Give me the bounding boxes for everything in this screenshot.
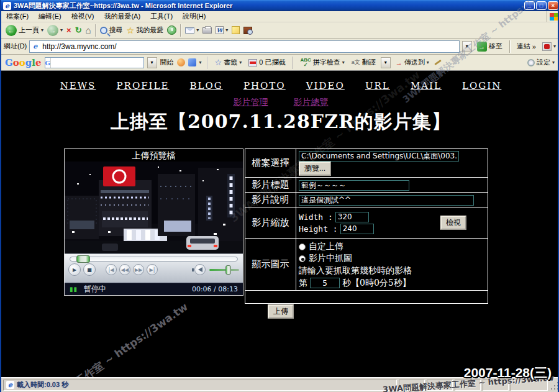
popup-blocker-button[interactable]: 0 已攔截 — [247, 57, 287, 68]
radio-custom-upload[interactable] — [299, 244, 306, 250]
translate-dropdown-icon[interactable]: ▾ — [381, 57, 391, 68]
edit-dropdown-icon[interactable]: ▾ — [225, 27, 228, 33]
google-site-icon[interactable] — [177, 58, 185, 66]
google-search-box[interactable]: G — [45, 57, 144, 68]
favorites-button[interactable]: ☆ 我的最愛 — [125, 25, 166, 36]
back-dropdown-icon[interactable]: ▾ — [41, 27, 43, 33]
file-path-input[interactable] — [299, 151, 459, 162]
back-button[interactable]: ← 上一頁 ▾ — [4, 24, 45, 37]
acrobat-dropdown-icon[interactable]: ▾ — [553, 43, 556, 49]
menu-file[interactable]: 檔案(F) — [1, 11, 34, 22]
settings-dropdown-icon[interactable]: ▾ — [552, 60, 555, 65]
bookmarks-button[interactable]: ☆ 書籤 ▾ — [213, 57, 244, 68]
send-to-button[interactable]: → 傳送到 ▾ — [394, 57, 431, 68]
close-button[interactable]: × — [548, 1, 558, 10]
nav-url[interactable]: URL — [365, 80, 390, 91]
popup-blocked-count: 0 已攔截 — [259, 58, 285, 67]
volume-thumb[interactable] — [225, 265, 231, 275]
video-frame[interactable] — [65, 162, 243, 253]
history-button[interactable] — [165, 25, 178, 35]
video-title-input[interactable] — [299, 180, 409, 191]
windows-logo-icon — [547, 11, 559, 22]
google-logo: Google — [5, 57, 42, 68]
stop-media-button[interactable]: ■ — [83, 263, 96, 276]
mail-button[interactable]: ▾ — [183, 27, 201, 34]
nav-blog[interactable]: BLOG — [190, 80, 223, 91]
option-capture-label: 影片中抓圖 — [309, 253, 352, 263]
bookmarks-dropdown-icon[interactable]: ▾ — [239, 60, 242, 65]
next-button[interactable]: ▶| — [147, 264, 158, 275]
address-input[interactable] — [41, 42, 458, 52]
print-button[interactable] — [201, 27, 214, 34]
research-button[interactable] — [242, 26, 254, 35]
nav-login[interactable]: LOGIN — [462, 80, 501, 91]
option-capture-frame[interactable]: 影片中抓圖 — [299, 253, 485, 264]
forward-button[interactable]: → ▾ — [45, 24, 65, 37]
second-input[interactable] — [310, 278, 340, 288]
home-button[interactable]: ⌂ — [84, 24, 93, 36]
forward-dropdown-icon[interactable]: ▾ — [60, 27, 63, 33]
google-gadget-dropdown-icon[interactable]: ▾ — [199, 60, 202, 65]
width-input[interactable] — [335, 212, 369, 222]
video-desc-input[interactable] — [299, 195, 474, 206]
mail-dropdown-icon[interactable]: ▾ — [196, 27, 199, 33]
settings-button[interactable]: 設定 ▾ — [525, 57, 557, 68]
browse-button[interactable]: 瀏覽... — [299, 162, 331, 176]
fast-forward-button[interactable]: ▶▶ — [133, 264, 144, 275]
minimize-button[interactable]: _ — [524, 1, 535, 10]
send-to-dropdown-icon[interactable]: ▾ — [427, 60, 429, 65]
seek-thumb[interactable] — [76, 255, 90, 263]
upload-form: 檔案選擇 瀏覽... 影片標題 影片說明 影片縮放 — [245, 148, 488, 296]
mute-button[interactable] — [194, 264, 206, 275]
refresh-button[interactable]: ↻ — [73, 25, 84, 35]
player-state: 暫停中 — [84, 284, 106, 294]
radio-capture-frame[interactable] — [299, 255, 306, 262]
nav-mail[interactable]: MAIL — [411, 80, 442, 91]
nav-profile[interactable]: PROFILE — [117, 80, 170, 91]
nav-photo[interactable]: PHOTO — [243, 80, 286, 91]
menu-edit[interactable]: 編輯(E) — [34, 11, 66, 22]
stop-button[interactable]: × — [65, 25, 73, 35]
address-dropdown-icon[interactable]: ▾ — [462, 41, 472, 52]
view-button[interactable]: 檢視 — [440, 216, 466, 230]
google-search-input[interactable] — [51, 58, 150, 68]
rewind-button[interactable]: ◀◀ — [119, 264, 130, 275]
restore-button[interactable]: □ — [536, 1, 547, 10]
go-button[interactable]: → 移至 — [475, 41, 505, 52]
seek-bar[interactable] — [70, 257, 238, 262]
spellcheck-dropdown-icon[interactable]: ▾ — [342, 60, 345, 65]
highlighter-icon[interactable] — [434, 60, 442, 65]
links-button[interactable]: 連結 » — [515, 41, 538, 52]
menu-view[interactable]: 檢視(V) — [66, 11, 99, 22]
nav-news[interactable]: NEWS — [60, 80, 96, 91]
messenger-button[interactable] — [230, 25, 242, 35]
upload-button[interactable]: 上傳 — [268, 304, 294, 319]
table-row: 顯示圖示 自定上傳 影片中抓圖 請輸入要抓取第幾秒時的影格 第 秒【0時0分5秒… — [245, 239, 488, 291]
acrobat-button[interactable]: ▾ — [540, 42, 558, 52]
translate-button[interactable]: a文 翻譯 — [350, 57, 378, 68]
menu-help[interactable]: 說明(H) — [178, 11, 211, 22]
google-gadget-icon[interactable] — [188, 58, 196, 66]
nav-video[interactable]: VIDEO — [306, 80, 345, 91]
menu-favorites[interactable]: 我的最愛(A) — [99, 11, 145, 22]
display-icon-label: 顯示圖示 — [245, 239, 296, 291]
table-row: 影片說明 — [245, 193, 488, 207]
google-search-dropdown-icon[interactable]: ▾ — [147, 57, 157, 68]
search-button[interactable]: 搜尋 — [98, 25, 125, 35]
option-custom-upload[interactable]: 自定上傳 — [299, 241, 485, 252]
spellcheck-button[interactable]: ABC✓ 拼字檢查 ▾ — [298, 57, 346, 68]
favorites-label: 我的最愛 — [136, 25, 163, 35]
link-video-manage[interactable]: 影片管理 — [233, 97, 268, 107]
title-bar[interactable]: e 3WA問題解決專家工作室~https://3wa.tw - Microsof… — [1, 0, 559, 11]
send-to-label: 傳送到 — [404, 58, 425, 67]
link-video-overview[interactable]: 影片總覽 — [294, 97, 329, 107]
menu-tools[interactable]: 工具(T) — [145, 11, 178, 22]
google-go-button[interactable]: 開始 — [160, 58, 174, 67]
go-label: 移至 — [489, 42, 502, 51]
edit-with-word-button[interactable]: W ▾ — [214, 25, 230, 35]
prev-button[interactable]: |◀ — [106, 264, 117, 275]
play-button[interactable]: ▶ — [68, 263, 81, 276]
address-field[interactable]: e — [29, 40, 460, 53]
volume-slider[interactable] — [209, 269, 239, 271]
height-input[interactable] — [340, 224, 374, 234]
